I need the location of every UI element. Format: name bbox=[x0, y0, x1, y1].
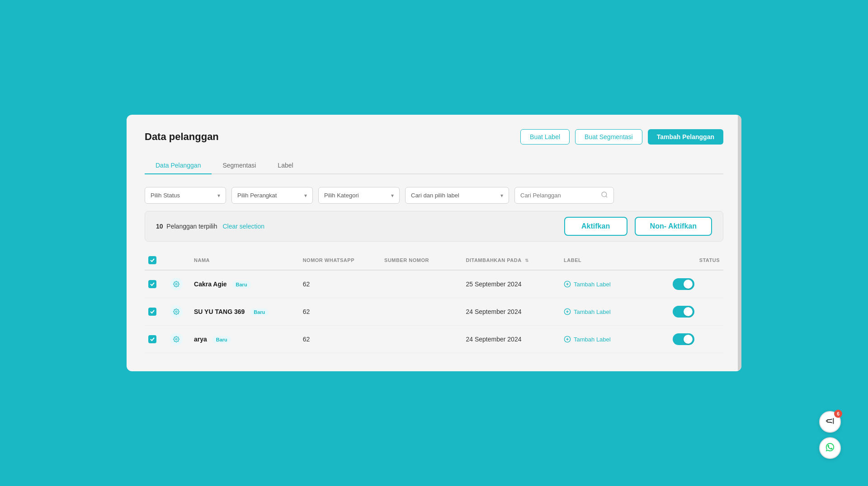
customer-badge: Baru bbox=[212, 336, 231, 343]
row-checkbox[interactable] bbox=[148, 280, 156, 288]
customer-name: arya bbox=[194, 336, 207, 343]
chevron-down-icon: ▾ bbox=[391, 192, 394, 199]
kategori-filter[interactable]: Pilih Kategori ▾ bbox=[318, 187, 400, 204]
select-all-checkbox[interactable] bbox=[148, 256, 156, 264]
megaphone-badge: 6 bbox=[834, 410, 842, 418]
perangkat-filter-label: Pilih Perangkat bbox=[237, 192, 301, 199]
tab-segmentasi[interactable]: Segmentasi bbox=[212, 157, 267, 174]
selection-bar: 10 Pelanggan terpilih Clear selection Ak… bbox=[145, 211, 723, 242]
add-label-button[interactable]: Tambah Label bbox=[564, 280, 665, 288]
search-input[interactable] bbox=[520, 192, 597, 199]
scrollbar[interactable] bbox=[738, 115, 741, 371]
perangkat-filter[interactable]: Pilih Perangkat ▾ bbox=[231, 187, 313, 204]
row-checkbox[interactable] bbox=[148, 335, 156, 343]
status-filter-label: Pilih Status bbox=[151, 192, 214, 199]
non-aktifkan-button[interactable]: Non- Aktifkan bbox=[635, 217, 712, 236]
status-toggle[interactable] bbox=[673, 278, 694, 290]
add-label-button[interactable]: Tambah Label bbox=[564, 336, 665, 343]
col-header-nama: NAMA bbox=[190, 251, 299, 270]
add-label-button[interactable]: Tambah Label bbox=[564, 308, 665, 315]
whatsapp-fab[interactable] bbox=[819, 437, 841, 459]
label-filter-label: Cari dan pilih label bbox=[411, 192, 497, 199]
table-row: Cakra Agie Baru 62 25 September 2024 Tam… bbox=[145, 270, 723, 298]
customer-date: 24 September 2024 bbox=[462, 298, 561, 326]
svg-point-10 bbox=[175, 338, 177, 340]
svg-point-6 bbox=[175, 311, 177, 313]
label-filter[interactable]: Cari dan pilih label ▾ bbox=[405, 187, 509, 204]
customer-source bbox=[381, 270, 462, 298]
selection-actions: Aktifkan Non- Aktifkan bbox=[564, 217, 712, 236]
table-row: SU YU TANG 369 Baru 62 24 September 2024… bbox=[145, 298, 723, 326]
tambah-pelanggan-button[interactable]: Tambah Pelanggan bbox=[648, 129, 723, 145]
customer-date: 24 September 2024 bbox=[462, 326, 561, 353]
col-header-sumber: SUMBER NOMOR bbox=[381, 251, 462, 270]
tab-label[interactable]: Label bbox=[267, 157, 304, 174]
header-actions: Buat Label Buat Segmentasi Tambah Pelang… bbox=[520, 129, 723, 145]
status-filter[interactable]: Pilih Status ▾ bbox=[145, 187, 226, 204]
buat-label-button[interactable]: Buat Label bbox=[520, 129, 570, 145]
floating-buttons: 6 bbox=[819, 411, 841, 459]
col-header-status: STATUS bbox=[669, 251, 723, 270]
svg-line-1 bbox=[606, 196, 607, 197]
customer-source bbox=[381, 298, 462, 326]
customer-badge: Baru bbox=[250, 308, 269, 316]
customer-wa: 62 bbox=[299, 270, 381, 298]
megaphone-fab[interactable]: 6 bbox=[819, 411, 841, 433]
customer-wa: 62 bbox=[299, 298, 381, 326]
customer-table: NAMA NOMOR WHATSAPP SUMBER NOMOR DITAMBA… bbox=[145, 251, 723, 353]
chevron-down-icon: ▾ bbox=[304, 192, 307, 199]
customer-date: 25 September 2024 bbox=[462, 270, 561, 298]
card-header: Data pelanggan Buat Label Buat Segmentas… bbox=[145, 129, 723, 145]
search-box[interactable] bbox=[514, 187, 614, 204]
chevron-down-icon: ▾ bbox=[500, 192, 503, 199]
kategori-filter-label: Pilih Kategori bbox=[324, 192, 387, 199]
col-header-nomor-wa: NOMOR WHATSAPP bbox=[299, 251, 381, 270]
customer-name: SU YU TANG 369 bbox=[194, 308, 245, 315]
status-toggle[interactable] bbox=[673, 306, 694, 318]
tab-data-pelanggan[interactable]: Data Pelanggan bbox=[145, 157, 212, 174]
selection-count: 10 Pelanggan terpilih bbox=[156, 223, 217, 230]
customer-name: Cakra Agie bbox=[194, 280, 227, 288]
filters-row: Pilih Status ▾ Pilih Perangkat ▾ Pilih K… bbox=[145, 187, 723, 204]
sort-icon: ⇅ bbox=[525, 258, 529, 263]
whatsapp-icon bbox=[825, 442, 835, 454]
tabs-container: Data Pelanggan Segmentasi Label bbox=[145, 157, 723, 174]
customer-source bbox=[381, 326, 462, 353]
col-header-label: LABEL bbox=[560, 251, 669, 270]
main-card: Data pelanggan Buat Label Buat Segmentas… bbox=[127, 115, 741, 371]
row-settings-icon[interactable] bbox=[170, 305, 183, 318]
clear-selection-button[interactable]: Clear selection bbox=[222, 223, 264, 230]
col-header-date[interactable]: DITAMBAHKAN PADA ⇅ bbox=[462, 251, 561, 270]
customer-wa: 62 bbox=[299, 326, 381, 353]
customer-badge: Baru bbox=[232, 281, 251, 288]
status-toggle[interactable] bbox=[673, 333, 694, 345]
svg-point-0 bbox=[602, 192, 607, 197]
selection-info: 10 Pelanggan terpilih Clear selection bbox=[156, 223, 264, 230]
svg-point-2 bbox=[175, 283, 177, 285]
page-title: Data pelanggan bbox=[145, 131, 219, 143]
aktifkan-button[interactable]: Aktifkan bbox=[564, 217, 627, 236]
search-icon bbox=[601, 191, 608, 200]
megaphone-icon bbox=[825, 416, 835, 428]
buat-segmentasi-button[interactable]: Buat Segmentasi bbox=[575, 129, 642, 145]
row-settings-icon[interactable] bbox=[170, 278, 183, 290]
table-row: arya Baru 62 24 September 2024 Tambah La… bbox=[145, 326, 723, 353]
chevron-down-icon: ▾ bbox=[217, 192, 220, 199]
row-checkbox[interactable] bbox=[148, 308, 156, 316]
row-settings-icon[interactable] bbox=[170, 333, 183, 346]
